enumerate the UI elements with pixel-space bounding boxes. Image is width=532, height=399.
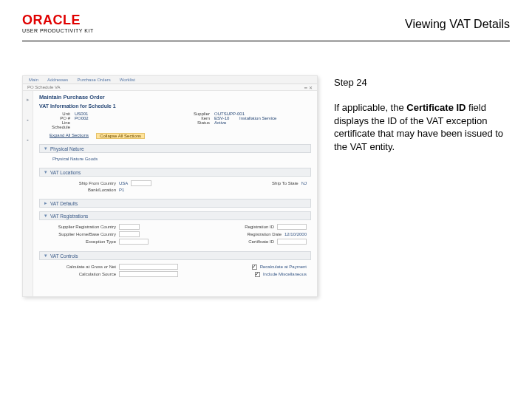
include-misc-checkbox[interactable] (255, 272, 260, 277)
page-heading-1: Maintain Purchase Order (39, 94, 311, 100)
lbl-include-misc: Include Miscellaneous (263, 272, 307, 276)
lbl-status: Status (179, 120, 210, 125)
lbl-recalc: Recalculate at Payment (260, 265, 307, 269)
step-label: Step 24 (334, 77, 510, 88)
recalc-checkbox[interactable] (252, 265, 257, 270)
val-po: PO002 (75, 116, 89, 120)
certificate-id-input[interactable] (277, 239, 307, 245)
val-ship-to: NJ (301, 181, 307, 185)
tab-po[interactable]: Purchase Orders (74, 78, 113, 83)
page-title: Viewing VAT Details (405, 13, 510, 31)
step-text-pre: If applicable, the (334, 102, 406, 113)
val-ship-from: USA (119, 181, 128, 185)
sup-reg-ctry-input[interactable] (119, 224, 140, 230)
section-vat-locations[interactable]: ▾VAT Locations (39, 168, 311, 177)
lbl-calc-src: Calculation Source (52, 272, 116, 276)
close-icon[interactable]: ━ ✕ (304, 85, 313, 90)
val-bank: P1 (119, 188, 124, 192)
reg-id-input[interactable] (277, 224, 307, 230)
gutter-icon: ▸ (27, 97, 30, 103)
section-title: VAT Registrations (50, 214, 88, 219)
section-title: VAT Defaults (50, 201, 78, 206)
chevron-down-icon: ▾ (44, 253, 47, 259)
oracle-subtitle: USER PRODUCTIVITY KIT (22, 28, 94, 33)
lbl-ship-to: Ship To State (235, 181, 299, 185)
step-panel: Step 24 If applicable, the Certificate I… (334, 75, 510, 297)
calc-gross-select[interactable] (119, 264, 178, 270)
section-vat-controls[interactable]: ▾VAT Controls (39, 251, 311, 260)
window-title-bar: PO Schedule VA ━ ✕ (23, 84, 317, 91)
chevron-right-icon: ▸ (44, 200, 47, 206)
exception-type-input[interactable] (119, 239, 149, 245)
lbl-cert-id: Certificate ID (211, 239, 274, 244)
chevron-down-icon: ▾ (44, 169, 47, 175)
chevron-down-icon: ▾ (44, 213, 47, 219)
val-status: Active (214, 120, 226, 125)
app-tabstrip: Main Addresses Purchase Orders Worklist (23, 76, 317, 84)
tab-main[interactable]: Main (26, 78, 41, 83)
window-title: PO Schedule VA (27, 85, 61, 89)
left-gutter: ▸ ▪ ▪ (23, 91, 33, 296)
lbl-ship-from: Ship From Country (52, 181, 116, 185)
lbl-sup-reg-ctry: Supplier Registration Country (52, 225, 116, 229)
lbl-sched: Schedule (39, 125, 70, 129)
gutter-icon: ▪ (27, 137, 28, 143)
step-text: If applicable, the Certificate ID field … (334, 101, 510, 153)
section-vat-registrations[interactable]: ▾VAT Registrations (39, 211, 311, 220)
page-heading-2: VAT Information for Schedule 1 (39, 103, 311, 109)
chevron-down-icon: ▾ (44, 146, 47, 151)
gutter-icon: ▪ (27, 117, 28, 123)
val-reg-date: 12/10/2000 (284, 232, 307, 236)
tab-addresses[interactable]: Addresses (44, 78, 71, 83)
lbl-reg-date: Registration Date (218, 232, 282, 236)
step-text-bold: Certificate ID (406, 102, 466, 113)
section-title: VAT Controls (50, 253, 78, 259)
calc-src-select[interactable] (119, 271, 178, 277)
section-vat-defaults[interactable]: ▸VAT Defaults (39, 199, 311, 208)
app-screenshot: Main Addresses Purchase Orders Worklist … (22, 75, 318, 297)
tab-worklist[interactable]: Worklist (117, 78, 138, 83)
section-title: Physical Nature (50, 146, 84, 151)
collapse-all-link[interactable]: Collapse All Sections (96, 133, 145, 139)
physical-nature-row: Physical Nature Goods (52, 157, 307, 161)
lbl-reg-id: Registration ID (211, 225, 274, 229)
section-physical-nature[interactable]: ▾Physical Nature (39, 144, 311, 153)
expand-all-link[interactable]: Expand All Sections (50, 133, 89, 139)
lbl-sup-home-ctry: Supplier Home/Base Country (52, 232, 116, 236)
lbl-bank: Bank/Location (52, 188, 116, 192)
val-item-desc: Installation Service (239, 116, 276, 120)
lbl-exc-type: Exception Type (52, 239, 116, 244)
brand-block: ORACLE USER PRODUCTIVITY KIT (22, 13, 94, 33)
section-title: VAT Locations (50, 170, 81, 175)
lbl-calc-gross: Calculate at Gross or Net (52, 265, 116, 269)
sup-home-ctry-input[interactable] (119, 231, 140, 237)
oracle-logo: ORACLE (22, 13, 94, 27)
ship-from-input[interactable] (131, 180, 151, 186)
